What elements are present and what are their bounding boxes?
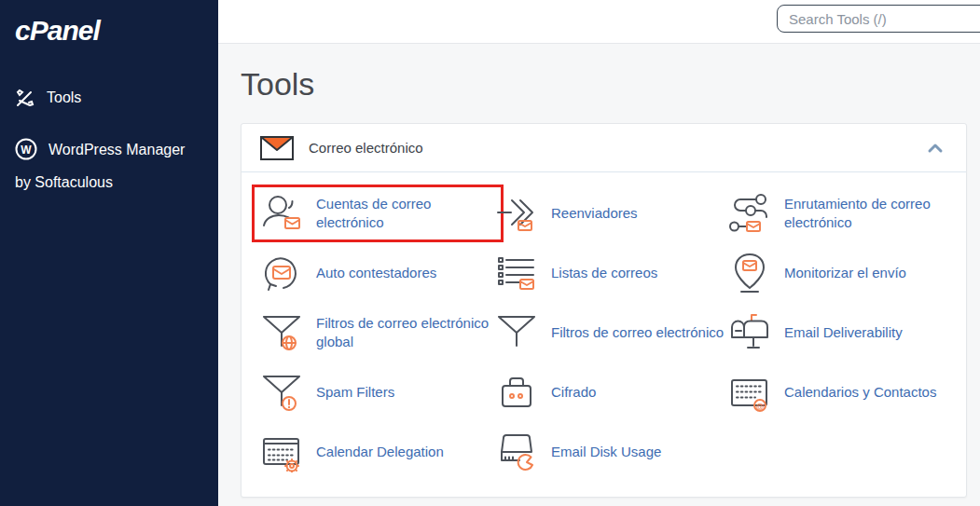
tool-item-label: Filtros de correo electrónico global	[316, 314, 495, 352]
lock-case-icon	[495, 372, 538, 413]
tool-item[interactable]: Enrutamiento de correo electrónico	[728, 193, 957, 234]
tool-item[interactable]: Cuentas de correo electrónico	[260, 193, 495, 234]
mailing-list-icon	[495, 253, 538, 294]
tool-item[interactable]: Auto contestadores	[260, 253, 436, 294]
search-input[interactable]	[777, 5, 980, 33]
tool-item-label: Email Disk Usage	[551, 443, 661, 461]
svg-text:@: @	[756, 402, 765, 411]
page-title: Tools	[241, 66, 967, 103]
svg-text:W: W	[21, 143, 32, 156]
track-delivery-icon	[728, 253, 771, 294]
tool-item-label: Enrutamiento de correo electrónico	[784, 195, 957, 233]
wordpress-icon: W	[15, 138, 37, 170]
section-title: Correo electrónico	[309, 140, 423, 156]
tool-item-label: Email Deliverability	[784, 323, 903, 342]
tool-item-label: Calendar Delegation	[316, 443, 444, 461]
sidebar-item-wordpress-manager[interactable]: W WordPress Manager by Softaculous	[0, 127, 218, 206]
tool-item[interactable]: Filtros de correo electrónico	[495, 312, 724, 353]
tool-item-label: Cifrado	[551, 383, 596, 402]
calendar-gear-icon	[260, 431, 303, 472]
tool-item-label: Listas de correos	[551, 264, 657, 282]
mailbox-icon	[728, 312, 771, 353]
main-content: Tools Correo electrónico Cuentas de corr…	[218, 44, 980, 506]
user-envelope-icon	[260, 193, 303, 234]
email-section-header: Correo electrónico	[242, 124, 966, 172]
autoresponder-icon	[260, 253, 303, 294]
routing-icon	[728, 193, 771, 234]
filter-icon	[495, 312, 538, 353]
tool-item-label: Cuentas de correo electrónico	[316, 195, 495, 233]
tools-grid: Cuentas de correo electrónico Reenviador…	[242, 172, 966, 497]
forwarders-icon	[495, 193, 538, 234]
global-filter-icon	[260, 312, 303, 353]
tool-item-label: Reenviadores	[551, 204, 638, 223]
tool-item[interactable]: Monitorizar el envío	[728, 253, 906, 294]
tools-icon	[15, 88, 35, 117]
sidebar: cPanel Tools W WordPress Manager by Soft…	[0, 0, 218, 506]
tool-item[interactable]: Calendar Delegation	[260, 431, 444, 472]
sidebar-item-tools[interactable]: Tools	[0, 75, 218, 127]
tool-item-label: Spam Filters	[316, 383, 394, 402]
calendar-at-icon: @	[728, 372, 771, 413]
sidebar-item-label: Tools	[47, 89, 81, 105]
disk-pie-icon	[495, 431, 538, 472]
tool-item[interactable]: Filtros de correo electrónico global	[260, 312, 495, 353]
sidebar-item-sublabel: by Softaculous	[15, 174, 113, 190]
tool-item[interactable]: @ Calendarios y Contactos	[728, 372, 936, 413]
tool-item[interactable]: Email Deliverability	[728, 312, 903, 353]
tool-item[interactable]: Listas de correos	[495, 253, 657, 294]
tool-item-label: Monitorizar el envío	[784, 264, 906, 282]
email-section-card: Correo electrónico Cuentas de correo ele…	[241, 123, 967, 498]
cpanel-logo[interactable]: cPanel	[0, 0, 218, 47]
chevron-up-icon[interactable]	[923, 139, 947, 157]
tool-item[interactable]: Cifrado	[495, 372, 596, 413]
tool-item-label: Auto contestadores	[316, 264, 436, 282]
sidebar-item-label: WordPress Manager	[48, 142, 185, 157]
spam-filter-icon	[260, 372, 303, 413]
envelope-icon	[260, 136, 294, 160]
topbar	[218, 0, 980, 44]
tool-item[interactable]: Spam Filters	[260, 372, 394, 413]
tool-item[interactable]: Reenviadores	[495, 193, 638, 234]
tool-item-label: Calendarios y Contactos	[784, 383, 936, 402]
tool-item[interactable]: Email Disk Usage	[495, 431, 661, 472]
tool-item-label: Filtros de correo electrónico	[551, 323, 724, 342]
